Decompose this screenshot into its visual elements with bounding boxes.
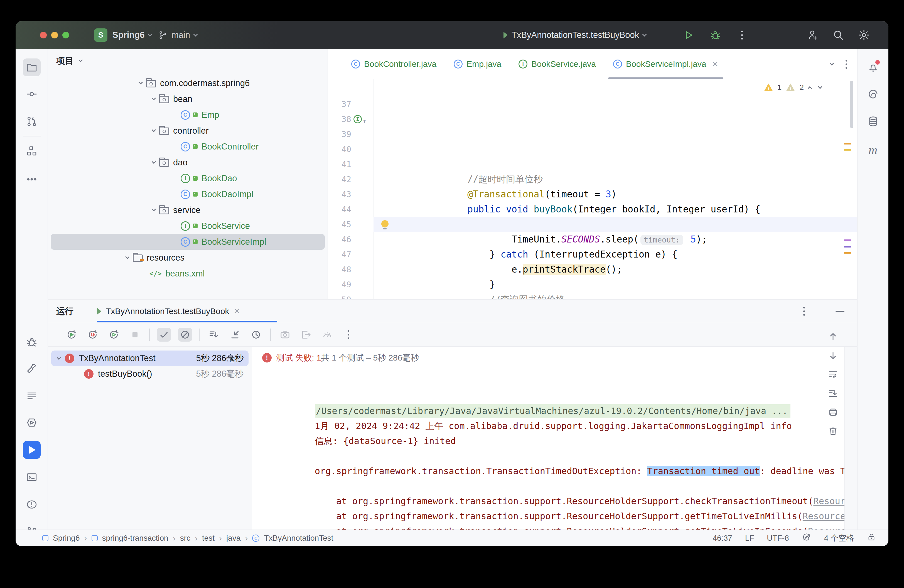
scroll-mark-warning[interactable] — [844, 143, 851, 144]
test-result-row[interactable]: TxByAnnotationTest 5秒 286毫秒 — [51, 351, 248, 366]
code-line[interactable]: 43 e.printStackTrace(); — [328, 172, 857, 187]
build-tool-button[interactable] — [23, 360, 41, 378]
code-line[interactable]: 46 Integer price = bookDao.getPriceByBoo… — [328, 217, 857, 232]
tab-list-chevron-icon[interactable] — [830, 61, 834, 66]
more-tool-windows-button[interactable] — [23, 171, 41, 188]
services-tool-button[interactable] — [23, 414, 41, 432]
console-output[interactable]: /Users/codermast/Library/Java/JavaVirtua… — [252, 373, 844, 524]
tree-item[interactable]: dao — [48, 155, 327, 171]
terminal-tool-button[interactable] — [23, 468, 41, 486]
editor-tab[interactable]: C BookController.java — [343, 49, 444, 79]
chevron-down-icon[interactable] — [152, 128, 156, 132]
breadcrumb-item[interactable]: test › — [202, 533, 222, 543]
code-with-me-button[interactable] — [807, 29, 819, 41]
scroll-to-end-button[interactable] — [827, 387, 839, 400]
rerun-button[interactable] — [65, 328, 79, 341]
chevron-down-icon[interactable] — [152, 160, 156, 164]
run-button[interactable] — [683, 29, 695, 41]
debug-button[interactable] — [709, 29, 721, 41]
tree-item[interactable]: controller — [48, 123, 327, 139]
tree-item[interactable]: service — [48, 202, 327, 218]
code-line[interactable]: 47 //更新图书的库存 — [328, 232, 857, 247]
rerun-failed-tests-button[interactable] — [86, 328, 100, 341]
hide-panel-icon[interactable] — [836, 311, 844, 312]
breadcrumb-item[interactable]: spring6-transaction › — [92, 533, 175, 543]
chevron-down-icon[interactable] — [152, 207, 156, 212]
breadcrumb-item[interactable]: src › — [180, 533, 198, 543]
tree-item[interactable]: C Emp — [48, 107, 327, 123]
tree-item[interactable]: I BookDao — [48, 171, 327, 186]
scroll-mark-highlight[interactable] — [844, 246, 851, 248]
clear-console-button[interactable] — [827, 425, 839, 438]
pull-requests-tool-button[interactable] — [23, 112, 41, 130]
commit-tool-button[interactable] — [23, 85, 41, 103]
scroll-mark-warning[interactable] — [844, 149, 851, 151]
test-result-row[interactable]: testBuyBook() 5秒 286毫秒 — [51, 366, 248, 382]
tree-item[interactable]: C BookDaoImpl — [48, 186, 327, 202]
chevron-down-icon[interactable] — [152, 96, 156, 101]
project-tool-button[interactable] — [23, 58, 41, 76]
code-line[interactable]: 39 I public void buyBook(Integer bookId,… — [328, 112, 857, 126]
snapshot-button[interactable] — [278, 328, 292, 341]
scroll-mark-warning[interactable] — [844, 252, 851, 254]
test-toolbar-more-icon[interactable] — [341, 328, 356, 341]
caret-position-widget[interactable]: 46:37 — [713, 534, 732, 543]
code-line[interactable]: 41 TimeUnit.SECONDS.sleep(timeout: 5); — [328, 142, 857, 157]
tree-item[interactable]: resources — [48, 250, 327, 266]
project-panel-header[interactable]: 项目 — [48, 49, 327, 73]
database-button[interactable] — [864, 112, 882, 130]
show-passed-button[interactable] — [157, 328, 171, 341]
maximize-window-button[interactable] — [62, 32, 69, 38]
close-run-tab-icon[interactable]: ✕ — [234, 307, 240, 316]
settings-button[interactable] — [858, 29, 870, 41]
code-line[interactable]: 50 bookDao.updateBalance(userId, price); — [328, 277, 857, 292]
todo-tool-button[interactable] — [23, 387, 41, 405]
test-history-button[interactable] — [249, 328, 263, 341]
line-ending-widget[interactable]: LF — [745, 534, 754, 543]
notifications-button[interactable] — [864, 58, 882, 76]
breadcrumb-item[interactable]: Spring6 › — [42, 533, 87, 543]
more-actions-button[interactable] — [736, 29, 748, 41]
chevron-down-icon[interactable] — [57, 355, 61, 360]
run-tool-button[interactable] — [23, 441, 41, 459]
show-ignored-button[interactable] — [178, 328, 192, 341]
project-widget[interactable]: Spring6 — [112, 21, 152, 49]
code-line[interactable]: 42 } catch (InterruptedException e) { — [328, 157, 857, 172]
tree-item[interactable]: </> beans.xml — [48, 266, 327, 281]
editor-scrollbar-thumb[interactable] — [850, 81, 853, 128]
code-line[interactable]: 37 //超时时间单位秒 — [328, 82, 857, 96]
next-occurrence-button[interactable] — [827, 349, 839, 362]
coverage-button[interactable] — [320, 328, 334, 341]
project-icon[interactable]: S — [94, 28, 107, 42]
prev-occurrence-button[interactable] — [827, 330, 839, 343]
stop-button[interactable] — [128, 328, 142, 341]
editor-tab[interactable]: C BookServiceImpl.java ✕ — [605, 49, 726, 79]
code-line[interactable]: 48 bookDao.updateStock(bookId); — [328, 247, 857, 262]
soft-wrap-button[interactable] — [827, 368, 839, 381]
print-button[interactable] — [827, 406, 839, 419]
close-tab-icon[interactable]: ✕ — [712, 60, 718, 69]
test-console[interactable]: 测试 失败: 1共 1 个测试 – 5秒 286毫秒 /Users/coderm… — [252, 347, 845, 530]
problems-tool-button[interactable] — [23, 496, 41, 514]
editor-tab[interactable]: I BookService.java — [511, 49, 604, 79]
vcs-branch-widget[interactable]: main — [158, 21, 197, 49]
debug-tool-button[interactable] — [23, 333, 41, 351]
code-line[interactable]: 38 @Transactional(timeout = 3) — [328, 96, 857, 112]
intention-bulb-icon[interactable] — [381, 220, 389, 228]
structure-tool-button[interactable] — [23, 142, 41, 160]
maven-button[interactable]: m — [864, 141, 882, 159]
tree-item[interactable]: C BookServiceImpl — [51, 234, 325, 250]
run-configuration-widget[interactable]: TxByAnnotationTest.testBuyBook — [503, 21, 646, 49]
indent-widget[interactable]: 4 个空格 — [824, 533, 854, 544]
ai-assistant-button[interactable] — [864, 85, 882, 103]
code-line[interactable]: 44 } — [328, 187, 857, 202]
encoding-widget[interactable]: UTF-8 — [767, 534, 789, 543]
sort-by-duration-button[interactable] — [207, 328, 221, 341]
chevron-down-icon[interactable] — [125, 255, 130, 259]
tab-options-icon[interactable] — [846, 60, 847, 69]
minimize-window-button[interactable] — [51, 32, 58, 38]
ai-assistant-status-icon[interactable] — [802, 532, 811, 544]
tree-item[interactable]: I BookService — [48, 218, 327, 234]
breadcrumb-item[interactable]: C TxByAnnotationTest — [252, 534, 333, 543]
breadcrumb-item[interactable]: java › — [226, 533, 248, 543]
